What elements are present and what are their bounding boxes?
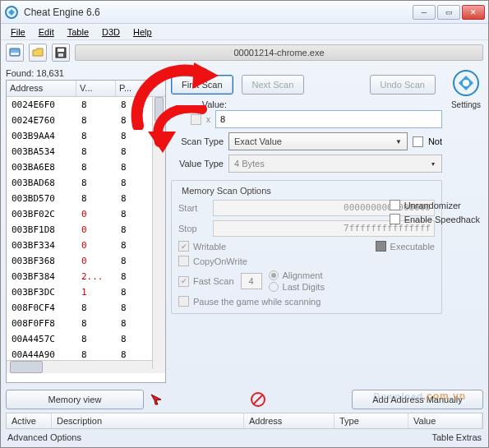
not-label: Not [428, 136, 442, 146]
table-row[interactable]: 00A44A9088 [7, 347, 165, 360]
table-row[interactable]: 003BA6E888 [7, 159, 165, 175]
svg-point-7 [463, 80, 469, 86]
minimize-button[interactable]: ─ [413, 5, 436, 20]
horizontal-scrollbar[interactable] [7, 360, 165, 373]
watermark: Download.com.vn [373, 381, 466, 405]
table-row[interactable]: 003BF36808 [7, 253, 165, 269]
menu-table[interactable]: Table [62, 25, 94, 39]
titlebar: Cheat Engine 6.6 ─ ▭ ✕ [1, 1, 488, 24]
menu-d3d[interactable]: D3D [97, 25, 125, 39]
menubar: File Edit Table D3D Help [1, 24, 488, 40]
hex-checkbox[interactable] [191, 114, 201, 125]
table-row[interactable]: 003BF3DC18 [7, 284, 165, 300]
start-label: Start [178, 203, 206, 213]
not-checkbox[interactable] [413, 136, 423, 147]
menu-help[interactable]: Help [128, 25, 157, 39]
results-body[interactable]: 0024E6F0880024E76088003B9AA488003BA53488… [7, 97, 165, 360]
settings-label[interactable]: Settings [447, 100, 485, 109]
table-row[interactable]: 003BF33408 [7, 238, 165, 253]
table-row[interactable]: 008F0CF488 [7, 300, 165, 316]
value-type-label: Value Type [171, 159, 224, 169]
cancel-icon[interactable] [249, 390, 267, 409]
col-address[interactable]: Address [7, 81, 76, 96]
table-row[interactable]: 0024E6F088 [7, 97, 165, 113]
fast-scan-checkbox[interactable]: ✔ [178, 276, 189, 287]
col-address2[interactable]: Address [244, 413, 334, 428]
menu-edit[interactable]: Edit [34, 25, 59, 39]
cheat-table-header: Active Description Address Type Value [6, 413, 483, 429]
speedhack-checkbox[interactable] [390, 214, 400, 224]
table-row[interactable]: 003BF1D808 [7, 222, 165, 238]
table-row[interactable]: 003BF3842...8 [7, 269, 165, 284]
open-button[interactable] [29, 44, 47, 62]
unrandomizer-checkbox[interactable] [390, 200, 400, 210]
value-label: Value: [171, 99, 227, 109]
col-previous[interactable]: P... [116, 81, 149, 96]
found-count: 18,631 [36, 68, 64, 78]
table-row[interactable]: 00A4457C88 [7, 331, 165, 347]
table-row[interactable]: 003BA53488 [7, 144, 165, 159]
col-value[interactable]: V... [76, 81, 116, 96]
executable-checkbox[interactable] [376, 241, 386, 252]
pointer-icon[interactable] [149, 392, 164, 407]
scan-type-label: Scan Type [171, 136, 224, 146]
process-name-bar[interactable]: 00001214-chrome.exe [75, 44, 483, 61]
menu-file[interactable]: File [6, 25, 30, 39]
writable-checkbox[interactable]: ✔ [178, 241, 189, 252]
scan-type-combo[interactable]: Exact Value▼ [228, 132, 408, 150]
value-type-combo[interactable]: 4 Bytes▾ [228, 155, 442, 173]
copyonwrite-checkbox[interactable] [178, 256, 189, 266]
table-extras-button[interactable]: Table Extras [431, 432, 482, 442]
value-input[interactable] [215, 110, 442, 128]
last-digits-radio[interactable] [269, 282, 279, 292]
alignment-radio[interactable] [269, 270, 279, 280]
table-row[interactable]: 003BF02C08 [7, 206, 165, 222]
col-description[interactable]: Description [52, 413, 244, 428]
mso-legend: Memory Scan Options [178, 186, 274, 196]
maximize-button[interactable]: ▭ [437, 5, 460, 20]
col-active[interactable]: Active [7, 413, 52, 428]
chevron-down-icon: ▼ [393, 136, 404, 147]
close-button[interactable]: ✕ [462, 5, 485, 20]
table-row[interactable]: 003BD57088 [7, 191, 165, 206]
results-table: Address V... P... 0024E6F0880024E7608800… [6, 80, 166, 383]
advanced-options-button[interactable]: Advanced Options [7, 432, 81, 442]
table-row[interactable]: 003B9AA488 [7, 128, 165, 144]
memory-view-button[interactable]: Memory view [6, 390, 144, 409]
table-row[interactable]: 003BAD6888 [7, 175, 165, 191]
col-value2[interactable]: Value [408, 413, 482, 428]
stop-label: Stop [178, 224, 206, 233]
pause-checkbox[interactable] [178, 296, 189, 307]
svg-rect-4 [58, 48, 64, 52]
window-title: Cheat Engine 6.6 [24, 7, 413, 18]
table-row[interactable]: 0024E76088 [7, 113, 165, 128]
save-button[interactable] [52, 44, 70, 62]
vertical-scrollbar[interactable] [152, 97, 165, 369]
svg-rect-5 [58, 53, 63, 57]
svg-line-9 [253, 395, 263, 404]
chevron-down-icon: ▾ [427, 158, 439, 169]
first-scan-button[interactable]: First Scan [171, 75, 233, 95]
next-scan-button[interactable]: Next Scan [242, 75, 305, 95]
app-icon [4, 5, 19, 20]
undo-scan-button[interactable]: Undo Scan [370, 75, 436, 95]
svg-rect-2 [11, 53, 19, 55]
select-process-button[interactable] [6, 44, 24, 62]
col-type[interactable]: Type [334, 413, 408, 428]
table-row[interactable]: 008F0FF888 [7, 316, 165, 331]
settings-icon[interactable] [450, 67, 482, 99]
fast-scan-value[interactable]: 4 [241, 273, 262, 289]
found-count-label: Found: 18,631 [6, 67, 166, 80]
process-name: 00001214-chrome.exe [233, 48, 324, 58]
